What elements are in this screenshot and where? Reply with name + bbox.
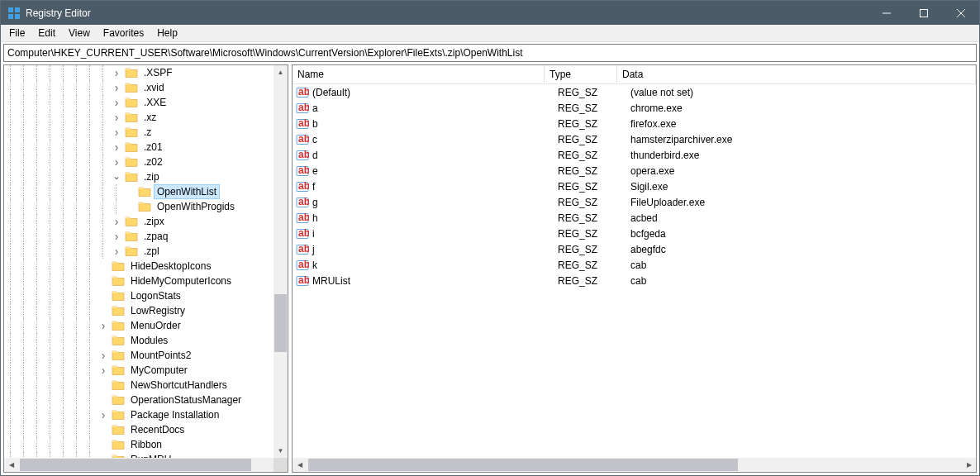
tree-expander-icon[interactable] (110, 244, 123, 259)
folder-icon (112, 423, 125, 436)
list-row[interactable]: abcREG_SZhamsterziparchiver.exe (293, 131, 976, 147)
string-value-icon: ab (296, 274, 309, 288)
list-horizontal-scrollbar[interactable]: ◀ ▶ (293, 458, 976, 472)
tree-expander-icon[interactable] (97, 318, 110, 333)
cell-type: REG_SZ (558, 275, 630, 287)
list-row[interactable]: abMRUListREG_SZcab (293, 273, 976, 288)
svg-text:ab: ab (298, 180, 309, 192)
tree-item[interactable]: Ribbon (4, 437, 288, 452)
tree-item[interactable]: .zipx (4, 214, 288, 229)
menu-favorites[interactable]: Favorites (97, 26, 150, 40)
list-view[interactable]: ab(Default)REG_SZ(value not set)abaREG_S… (293, 84, 976, 472)
tree-item[interactable]: Modules (4, 333, 288, 348)
tree-expander-icon[interactable] (110, 214, 123, 229)
close-button[interactable] (942, 1, 979, 25)
tree-item[interactable]: MountPoints2 (4, 348, 288, 363)
scroll-up-button[interactable]: ▲ (274, 65, 288, 79)
address-bar[interactable]: Computer\HKEY_CURRENT_USER\Software\Micr… (3, 44, 977, 62)
tree-item-label: HideMyComputerIcons (127, 274, 235, 288)
folder-icon (125, 170, 138, 183)
scroll-down-button[interactable]: ▼ (274, 444, 288, 458)
tree-expander-icon[interactable] (110, 125, 123, 140)
tree-expander-icon[interactable] (110, 140, 123, 155)
tree-spacer (97, 422, 110, 437)
tree-expander-icon[interactable] (97, 363, 110, 378)
menu-view[interactable]: View (62, 26, 97, 40)
maximize-button[interactable] (905, 1, 942, 25)
tree-item[interactable]: .z02 (4, 155, 288, 169)
tree-expander-icon[interactable] (110, 95, 123, 110)
list-row[interactable]: ab(Default)REG_SZ(value not set) (293, 84, 976, 100)
tree-item[interactable]: MyComputer (4, 363, 288, 378)
cell-data: chrome.exe (630, 102, 976, 114)
tree-item[interactable]: HideDesktopIcons (4, 259, 288, 274)
tree-item[interactable]: OpenWithProgids (4, 199, 288, 214)
tree-item[interactable]: OperationStatusManager (4, 393, 288, 407)
tree-vertical-scrollbar[interactable]: ▲ ▼ (274, 65, 288, 458)
list-row[interactable]: abjREG_SZabegfdc (293, 241, 976, 257)
tree-expander-icon[interactable] (110, 155, 123, 169)
tree-item[interactable]: RecentDocs (4, 422, 288, 437)
svg-text:ab: ab (298, 274, 309, 286)
cell-data: abegfdc (630, 244, 976, 255)
list-row[interactable]: abhREG_SZacbed (293, 210, 976, 226)
column-header-data[interactable]: Data (617, 65, 976, 83)
scroll-right-button[interactable]: ▶ (962, 458, 976, 472)
tree-item[interactable]: .z01 (4, 140, 288, 155)
tree-spacer (123, 199, 136, 214)
tree-expander-icon[interactable] (97, 348, 110, 363)
tree-item[interactable]: LogonStats (4, 288, 288, 303)
cell-type: REG_SZ (558, 87, 630, 98)
list-row[interactable]: abkREG_SZcab (293, 257, 976, 273)
cell-data: cab (630, 259, 976, 271)
tree-item[interactable]: .zpaq (4, 229, 288, 244)
scroll-left-button[interactable]: ◀ (293, 458, 307, 472)
list-row[interactable]: abiREG_SZbcfgeda (293, 226, 976, 241)
tree-item[interactable]: MenuOrder (4, 318, 288, 333)
list-row[interactable]: abeREG_SZopera.exe (293, 163, 976, 178)
menu-edit[interactable]: Edit (31, 26, 62, 40)
tree-item[interactable]: .z (4, 125, 288, 140)
menu-file[interactable]: File (2, 26, 31, 40)
tree-item[interactable]: Package Installation (4, 407, 288, 422)
list-h-scroll-thumb[interactable] (308, 459, 738, 471)
svg-rect-1 (15, 7, 20, 12)
tree-view[interactable]: .XSPF.xvid.XXE.xz.z.z01.z02.zipOpenWithL… (4, 65, 288, 472)
tree-h-scroll-thumb[interactable] (20, 459, 251, 471)
folder-icon (125, 155, 138, 169)
tree-expander-icon[interactable] (110, 65, 123, 80)
folder-icon (112, 289, 125, 302)
tree-item[interactable]: NewShortcutHandlers (4, 378, 288, 393)
tree-expander-icon[interactable] (110, 169, 123, 184)
tree-expander-icon[interactable] (97, 407, 110, 422)
tree-v-scroll-thumb[interactable] (274, 294, 287, 352)
tree-item[interactable]: LowRegistry (4, 303, 288, 318)
tree-item[interactable]: HideMyComputerIcons (4, 274, 288, 288)
list-row[interactable]: abgREG_SZFileUploader.exe (293, 194, 976, 210)
menu-help[interactable]: Help (150, 26, 184, 40)
tree-item-label: OperationStatusManager (127, 393, 245, 407)
tree-item[interactable]: .zip (4, 169, 288, 184)
tree-item[interactable]: .XSPF (4, 65, 288, 80)
tree-expander-icon[interactable] (110, 229, 123, 244)
tree-item-label: .zipx (140, 214, 168, 229)
cell-data: thunderbird.exe (630, 150, 976, 161)
tree-expander-icon[interactable] (110, 80, 123, 95)
tree-item[interactable]: OpenWithList (4, 184, 288, 199)
tree-item[interactable]: .zpl (4, 244, 288, 259)
tree-item[interactable]: .xvid (4, 80, 288, 95)
folder-icon (125, 230, 138, 243)
list-row[interactable]: abfREG_SZSigil.exe (293, 178, 976, 194)
tree-item[interactable]: .XXE (4, 95, 288, 110)
tree-item[interactable]: .xz (4, 110, 288, 125)
column-header-type[interactable]: Type (545, 65, 617, 83)
folder-icon (112, 378, 125, 392)
list-row[interactable]: abdREG_SZthunderbird.exe (293, 147, 976, 163)
minimize-button[interactable] (868, 1, 905, 25)
list-row[interactable]: abaREG_SZchrome.exe (293, 100, 976, 116)
column-header-name[interactable]: Name (293, 65, 545, 83)
tree-horizontal-scrollbar[interactable]: ◀ ▶ (4, 458, 288, 472)
list-row[interactable]: abbREG_SZfirefox.exe (293, 116, 976, 131)
scroll-left-button[interactable]: ◀ (4, 458, 18, 472)
tree-expander-icon[interactable] (110, 110, 123, 125)
